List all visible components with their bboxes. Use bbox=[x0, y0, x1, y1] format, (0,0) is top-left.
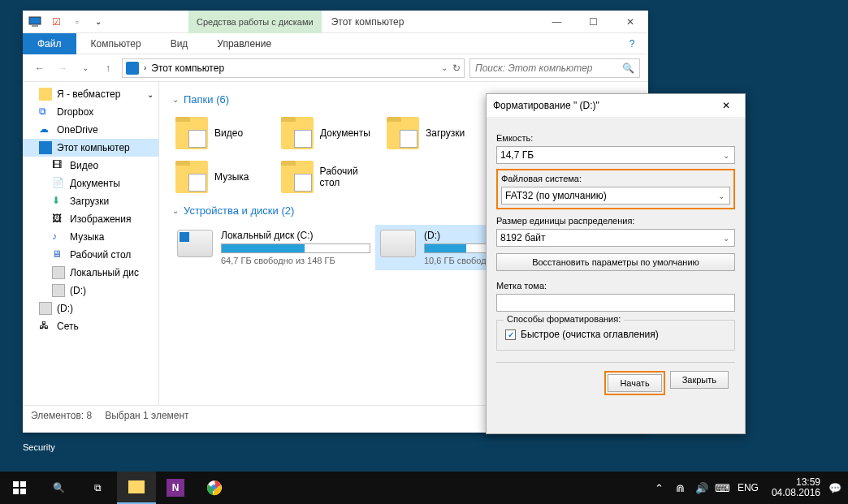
onedrive-icon: ☁ bbox=[39, 123, 52, 136]
taskbar-chrome[interactable] bbox=[195, 472, 234, 504]
task-view-icon[interactable]: ⧉ bbox=[78, 472, 117, 504]
sidebar-item-webmaster[interactable]: Я - вебмастер⌄ bbox=[23, 85, 158, 103]
drive-icon bbox=[177, 230, 213, 257]
sidebar: Я - вебмастер⌄ ⧉Dropbox ☁OneDrive Этот к… bbox=[23, 82, 159, 405]
folder-desktop[interactable]: Рабочий стол bbox=[278, 157, 383, 196]
sidebar-item-local-disk[interactable]: Локальный дис bbox=[23, 264, 158, 282]
capacity-select[interactable]: 14,7 ГБ bbox=[496, 146, 735, 164]
ribbon: Файл Компьютер Вид Управление ? bbox=[23, 33, 648, 54]
search-icon[interactable]: 🔍 bbox=[622, 62, 634, 74]
search-icon[interactable]: 🔍 bbox=[39, 472, 78, 504]
drive-name: Локальный диск (C:) bbox=[221, 230, 370, 241]
desktop-label-security: Security bbox=[23, 442, 55, 452]
sidebar-item-pictures[interactable]: 🖼Изображения bbox=[23, 210, 158, 228]
refresh-icon[interactable]: ↻ bbox=[452, 62, 461, 74]
network-icon: 🖧 bbox=[39, 320, 52, 333]
sidebar-item-d-drive[interactable]: (D:) bbox=[23, 282, 158, 299]
sidebar-item-videos[interactable]: 🎞Видео bbox=[23, 157, 158, 174]
titlebar: ☑ ▫ ⌄ Средства работы с дисками Этот ком… bbox=[23, 11, 648, 33]
address-bar[interactable]: › ⌄ ↻ bbox=[122, 58, 465, 78]
tray-keyboard-icon[interactable]: ⌨ bbox=[716, 481, 729, 494]
search-input[interactable] bbox=[475, 62, 622, 74]
close-icon[interactable]: ✕ bbox=[714, 100, 738, 111]
allocation-unit-select[interactable]: 8192 байт bbox=[496, 229, 735, 247]
restore-defaults-button[interactable]: Восстановить параметры по умолчанию bbox=[496, 253, 735, 271]
volume-label-input[interactable] bbox=[496, 294, 735, 312]
sidebar-item-desktop[interactable]: 🖥Рабочий стол bbox=[23, 246, 158, 264]
drive-icon bbox=[380, 230, 416, 257]
drive-subtext: 64,7 ГБ свободно из 148 ГБ bbox=[221, 256, 370, 265]
folder-documents[interactable]: Документы bbox=[278, 114, 383, 153]
group-title: Способы форматирования: bbox=[504, 314, 624, 324]
sidebar-item-documents[interactable]: 📄Документы bbox=[23, 174, 158, 192]
doc-icon: 📄 bbox=[52, 177, 65, 190]
tray-language[interactable]: ENG bbox=[738, 482, 759, 493]
volume-label-label: Метка тома: bbox=[496, 281, 735, 291]
allocation-unit-label: Размер единицы распределения: bbox=[496, 216, 735, 226]
window-title: Этот компьютер bbox=[331, 16, 405, 28]
format-dialog: Форматирование " (D:)" ✕ Емкость: 14,7 Г… bbox=[486, 93, 746, 434]
drive-icon bbox=[52, 266, 65, 279]
sidebar-item-network[interactable]: 🖧Сеть bbox=[23, 317, 158, 335]
svg-rect-0 bbox=[29, 17, 41, 24]
folder-icon bbox=[175, 161, 208, 193]
tray-wifi-icon[interactable]: ⋒ bbox=[674, 481, 687, 494]
tray-clock[interactable]: 13:59 04.08.2016 bbox=[772, 477, 820, 498]
folder-videos[interactable]: Видео bbox=[172, 114, 278, 153]
sidebar-item-this-pc[interactable]: Этот компьютер bbox=[23, 139, 158, 157]
tab-computer[interactable]: Компьютер bbox=[76, 33, 156, 54]
minimize-button[interactable]: — bbox=[539, 11, 575, 33]
folder-icon bbox=[281, 117, 314, 149]
qat-dropdown-icon[interactable]: ⌄ bbox=[89, 13, 107, 31]
quick-format-checkbox[interactable]: ✓ Быстрое (очистка оглавления) bbox=[505, 329, 726, 340]
taskbar-onenote[interactable]: N bbox=[156, 472, 195, 504]
sidebar-item-music[interactable]: ♪Музыка bbox=[23, 228, 158, 246]
up-button[interactable]: ↑ bbox=[99, 59, 117, 77]
file-tab[interactable]: Файл bbox=[23, 33, 76, 54]
qat-new-folder-icon[interactable]: ▫ bbox=[68, 13, 86, 31]
chevron-right-icon: › bbox=[144, 63, 146, 72]
close-button[interactable]: Закрыть bbox=[670, 371, 729, 389]
pc-icon bbox=[126, 62, 139, 75]
folder-downloads[interactable]: Загрузки bbox=[383, 114, 489, 153]
image-icon: 🖼 bbox=[52, 213, 65, 226]
forward-button[interactable]: → bbox=[54, 59, 71, 77]
qat-properties-icon[interactable]: ☑ bbox=[47, 13, 65, 31]
filesystem-select[interactable]: FAT32 (по умолчанию) bbox=[501, 187, 730, 205]
tab-manage[interactable]: Управление bbox=[202, 33, 286, 54]
start-button[interactable] bbox=[0, 472, 39, 504]
svg-rect-4 bbox=[13, 489, 19, 494]
chevron-down-icon: ⌄ bbox=[147, 90, 154, 99]
address-bar-row: ← → ⌄ ↑ › ⌄ ↻ 🔍 bbox=[23, 54, 648, 82]
svg-rect-1 bbox=[32, 25, 38, 27]
address-dropdown-icon[interactable]: ⌄ bbox=[441, 63, 448, 72]
history-dropdown[interactable]: ⌄ bbox=[76, 59, 94, 77]
address-input[interactable] bbox=[151, 62, 436, 74]
drive-c[interactable]: Локальный диск (C:) 64,7 ГБ свободно из … bbox=[172, 225, 375, 270]
status-selection: Выбран 1 элемент bbox=[105, 410, 188, 421]
back-button[interactable]: ← bbox=[31, 59, 49, 77]
sidebar-item-dropbox[interactable]: ⧉Dropbox bbox=[23, 103, 158, 121]
folder-icon bbox=[387, 117, 419, 149]
search-box[interactable]: 🔍 bbox=[469, 58, 640, 78]
tray-volume-icon[interactable]: 🔊 bbox=[695, 481, 708, 494]
folder-icon bbox=[175, 117, 208, 149]
taskbar-explorer[interactable] bbox=[117, 472, 156, 504]
sidebar-item-d-drive-2[interactable]: (D:) bbox=[23, 299, 158, 317]
tray-notifications-icon[interactable]: 💬 bbox=[829, 481, 842, 494]
tray-chevron-up-icon[interactable]: ⌃ bbox=[653, 481, 666, 494]
help-icon[interactable]: ? bbox=[616, 38, 648, 50]
context-tab-drive-tools[interactable]: Средства работы с дисками bbox=[188, 11, 322, 33]
sidebar-item-onedrive[interactable]: ☁OneDrive bbox=[23, 121, 158, 139]
tab-view[interactable]: Вид bbox=[156, 33, 203, 54]
folder-music[interactable]: Музыка bbox=[172, 157, 278, 196]
start-button[interactable]: Начать bbox=[608, 374, 661, 392]
maximize-button[interactable]: ☐ bbox=[575, 11, 612, 33]
folder-icon bbox=[281, 161, 314, 193]
drive-icon bbox=[39, 302, 52, 315]
sidebar-item-downloads[interactable]: ⬇Загрузки bbox=[23, 192, 158, 210]
music-icon: ♪ bbox=[52, 230, 65, 243]
checkbox-icon: ✓ bbox=[505, 330, 516, 340]
close-button[interactable]: ✕ bbox=[612, 11, 648, 33]
format-options-group: Способы форматирования: ✓ Быстрое (очист… bbox=[496, 320, 735, 351]
